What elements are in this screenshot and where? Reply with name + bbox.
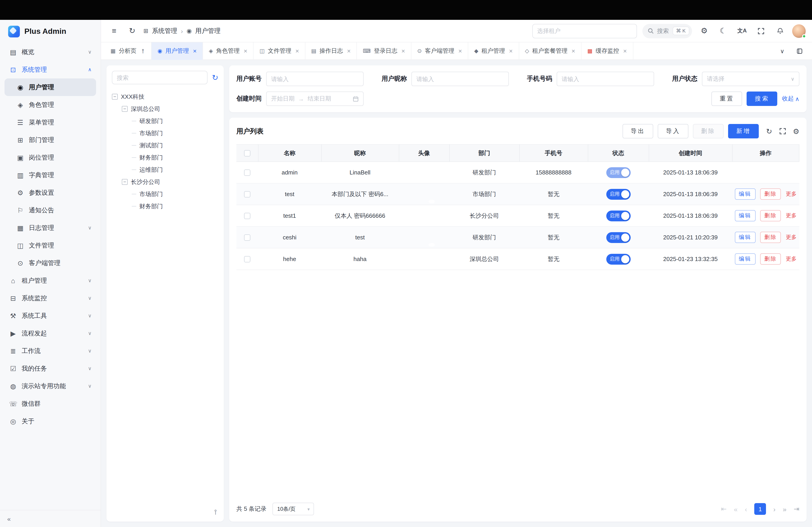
status-toggle[interactable]: 启用	[606, 254, 630, 265]
tree-expand-icon[interactable]: −	[122, 106, 128, 112]
sidebar-item[interactable]: ☏ 微信群	[4, 395, 96, 412]
fullscreen-icon[interactable]	[754, 24, 768, 37]
page-tab[interactable]: ◆ 租户管理 ×	[468, 42, 519, 60]
row-checkbox[interactable]	[244, 191, 250, 198]
sidebar-item[interactable]: ≣ 工作流 ∨	[4, 342, 96, 360]
row-delete-button[interactable]: 删除	[760, 253, 781, 265]
tree-expand-icon[interactable]: −	[122, 179, 128, 185]
more-actions-link[interactable]: 更多	[786, 256, 797, 262]
sidebar-item[interactable]: ◉ 用户管理	[4, 78, 96, 96]
page-tab[interactable]: ◫ 文件管理 ×	[254, 42, 305, 60]
filter-select[interactable]: 请选择 ∨	[702, 72, 799, 86]
status-toggle[interactable]: 启用	[606, 167, 630, 178]
status-toggle[interactable]: 启用	[606, 232, 630, 243]
more-actions-link[interactable]: 更多	[786, 191, 797, 197]
tree-refresh-icon[interactable]: ↻	[212, 73, 219, 82]
sidebar-item[interactable]: ⊟ 系统监控 ∨	[4, 289, 96, 307]
user-avatar[interactable]	[792, 24, 806, 37]
sidebar-item[interactable]: ◎ 关于	[4, 412, 96, 430]
sidebar-item[interactable]: ◈ 角色管理	[4, 96, 96, 114]
tree-node[interactable]: − 深圳总公司	[112, 103, 218, 115]
page-tab[interactable]: ▦ 分析页 ⊸	[105, 42, 152, 60]
sidebar-item[interactable]: ☰ 菜单管理	[4, 114, 96, 131]
collapse-sidebar-icon[interactable]: «	[7, 515, 11, 522]
table-fullscreen-icon[interactable]	[779, 128, 786, 134]
page-tab[interactable]: ⊙ 客户端管理 ×	[411, 42, 468, 60]
more-actions-link[interactable]: 更多	[786, 234, 797, 240]
row-delete-button[interactable]: 删除	[760, 232, 781, 243]
tree-pin-icon[interactable]: ⊸	[211, 509, 219, 515]
tree-node[interactable]: − 长沙分公司	[112, 176, 218, 188]
tree-node[interactable]: 研发部门	[112, 115, 218, 127]
tab-close-icon[interactable]: ×	[347, 47, 350, 55]
sidebar-item[interactable]: ▤ 概览 ∨	[4, 43, 96, 61]
pin-icon[interactable]: ⊸	[140, 48, 146, 54]
page-tab[interactable]: ◉ 用户管理 ×	[152, 42, 203, 60]
language-translate-icon[interactable]: 文A	[735, 24, 749, 37]
sidebar-item[interactable]: ⚐ 通知公告	[4, 201, 96, 219]
sidebar-item[interactable]: ⊡ 系统管理 ∧	[4, 61, 96, 78]
row-checkbox[interactable]	[244, 235, 250, 241]
edit-button[interactable]: 编辑	[735, 232, 755, 243]
first-page-icon[interactable]: ⇤	[721, 505, 726, 513]
sidebar-item[interactable]: ⊞ 部门管理	[4, 131, 96, 149]
status-toggle[interactable]: 启用	[606, 189, 630, 199]
edit-button[interactable]: 编辑	[735, 210, 755, 221]
sidebar-item[interactable]: ⊙ 客户端管理	[4, 254, 96, 272]
tab-close-icon[interactable]: ×	[401, 47, 405, 55]
edit-button[interactable]: 编辑	[735, 189, 755, 200]
search-button[interactable]: 搜索	[747, 91, 778, 106]
reset-button[interactable]: 重置	[712, 91, 742, 106]
sidebar-item[interactable]: ⚙ 参数设置	[4, 184, 96, 201]
status-toggle[interactable]: 启用	[606, 210, 630, 221]
column-settings-icon[interactable]: ⚙	[793, 127, 799, 135]
global-search-button[interactable]: 搜索 ⌘ K	[642, 24, 692, 38]
tab-close-icon[interactable]: ×	[244, 47, 247, 55]
dark-mode-moon-icon[interactable]: ☾	[716, 24, 730, 37]
sidebar-item[interactable]: ▥ 字典管理	[4, 166, 96, 184]
import-button[interactable]: 导入	[658, 124, 688, 138]
sidebar-item[interactable]: ⚒ 系统工具 ∨	[4, 307, 96, 325]
sidebar-item[interactable]: ☑ 我的任务 ∨	[4, 360, 96, 377]
edit-button[interactable]: 编辑	[735, 253, 755, 265]
export-button[interactable]: 导出	[623, 124, 653, 138]
page-size-select[interactable]: 10条/页 ▾	[273, 503, 314, 515]
settings-gear-icon[interactable]: ⚙	[697, 24, 711, 37]
tab-close-icon[interactable]: ×	[193, 47, 197, 55]
tree-expand-icon[interactable]: −	[112, 94, 118, 100]
row-checkbox[interactable]	[244, 213, 250, 219]
tree-node[interactable]: 财务部门	[112, 200, 218, 212]
next-page-icon[interactable]: ›	[773, 505, 775, 513]
delete-button[interactable]: 删除	[693, 124, 724, 138]
sidebar-item[interactable]: ▶ 流程发起 ∨	[4, 325, 96, 342]
table-refresh-icon[interactable]: ↻	[766, 127, 772, 135]
row-delete-button[interactable]: 删除	[760, 189, 781, 200]
page-number-current[interactable]: 1	[754, 503, 766, 515]
refresh-page-icon[interactable]: ↻	[126, 24, 139, 37]
page-tab[interactable]: ◇ 租户套餐管理 ×	[519, 42, 581, 60]
more-actions-link[interactable]: 更多	[786, 212, 797, 219]
breadcrumb-item[interactable]: 系统管理	[152, 27, 177, 35]
row-delete-button[interactable]: 删除	[760, 210, 781, 221]
sidebar-item[interactable]: ▣ 岗位管理	[4, 149, 96, 166]
page-tab[interactable]: ▤ 操作日志 ×	[305, 42, 357, 60]
page-tab[interactable]: ⌨ 登录日志 ×	[357, 42, 411, 60]
breadcrumb-item[interactable]: 用户管理	[195, 27, 221, 35]
select-all-checkbox[interactable]	[244, 150, 250, 157]
tab-close-icon[interactable]: ×	[295, 47, 299, 55]
tab-close-icon[interactable]: ×	[509, 47, 513, 55]
page-tab[interactable]: ▩ 缓存监控 ×	[581, 42, 633, 60]
filter-input[interactable]	[266, 72, 364, 86]
tenant-select-input[interactable]	[532, 24, 637, 38]
next-group-icon[interactable]: »	[783, 505, 786, 513]
sidebar-item[interactable]: ◫ 文件管理	[4, 237, 96, 254]
row-checkbox[interactable]	[244, 256, 250, 262]
sidebar-item[interactable]: ⌂ 租户管理 ∨	[4, 272, 96, 289]
tree-node[interactable]: 测试部门	[112, 139, 218, 151]
content-fullscreen-icon[interactable]	[794, 46, 805, 56]
tab-close-icon[interactable]: ×	[458, 47, 462, 55]
tab-close-icon[interactable]: ×	[571, 47, 575, 55]
prev-group-icon[interactable]: «	[734, 505, 738, 513]
collapse-filters-link[interactable]: 收起 ∧	[782, 95, 799, 103]
hamburger-menu-icon[interactable]: ≡	[107, 24, 121, 37]
